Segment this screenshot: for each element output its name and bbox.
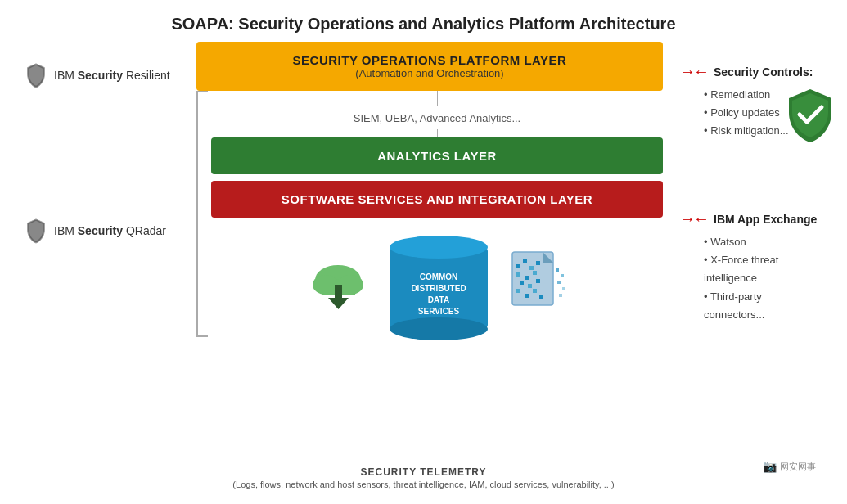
security-ops-subtitle: (Automation and Orchestration) [213,67,647,79]
resilient-label: IBM Security Resilient [25,62,170,88]
svg-rect-31 [561,274,564,277]
telemetry-section: SECURITY TELEMETRY (Logs, flows, network… [0,461,847,489]
telemetry-title: SECURITY TELEMETRY [0,466,847,478]
svg-rect-30 [556,268,559,272]
svg-rect-23 [520,281,524,285]
svg-rect-21 [525,276,529,280]
watermark-icon: 📷 [763,460,777,473]
app-exchange-item-2: • X-Force threat intelligence [704,251,822,287]
software-title: SOFTWARE SERVICES AND INTEGRATION LAYER [228,192,647,206]
svg-rect-17 [523,259,527,263]
svg-marker-5 [328,298,349,309]
resilient-text: IBM Security Resilient [54,69,170,82]
security-ops-title: SECURITY OPERATIONS PLATFORM LAYER [213,53,647,67]
svg-rect-16 [516,264,520,268]
security-controls-arrow: →← [679,62,707,81]
svg-rect-20 [516,272,520,277]
qradar-shield-icon [25,218,47,244]
watermark: 📷 网安网事 [763,460,816,473]
security-shield-badge [786,87,835,149]
app-exchange-arrow: →← [679,209,707,228]
left-labels: IBM Security Resilient IBM Security QRad… [25,42,188,250]
svg-rect-26 [516,289,520,293]
svg-rect-18 [529,266,534,270]
svg-text:DISTRIBUTED: DISTRIBUTED [411,284,466,293]
app-exchange-title: IBM App Exchange [714,213,817,226]
telemetry-divider [85,461,763,461]
svg-text:SERVICES: SERVICES [417,307,459,316]
svg-rect-24 [528,284,532,288]
svg-rect-32 [557,281,561,284]
telemetry-subtitle: (Logs, flows, network and host sensors, … [0,479,847,489]
svg-rect-28 [533,289,537,293]
svg-text:COMMON: COMMON [419,272,457,281]
svg-rect-27 [525,294,529,298]
center-diagram: SECURITY OPERATIONS PLATFORM LAYER (Auto… [188,42,671,337]
bottom-icons: COMMON DISTRIBUTED DATA SERVICES [211,231,663,337]
svg-rect-22 [533,271,537,275]
siem-text: SIEM, UEBA, Advanced Analytics... [211,106,663,129]
qradar-label: IBM Security QRadar [25,218,166,244]
analytics-layer: ANALYTICS LAYER [211,137,663,174]
right-labels: →← Security Controls: • Remediation • Po… [671,42,822,324]
svg-rect-29 [539,295,543,299]
svg-text:DATA: DATA [427,295,448,304]
svg-rect-19 [536,261,540,265]
data-document-icon [508,248,567,321]
security-ops-layer: SECURITY OPERATIONS PLATFORM LAYER (Auto… [196,42,663,91]
resilient-shield-icon [25,62,47,88]
app-exchange-list: • Watson • X-Force threat intelligence •… [679,233,822,323]
qradar-text: IBM Security QRadar [54,224,166,237]
svg-rect-33 [562,287,565,290]
svg-rect-25 [536,279,540,283]
svg-point-7 [390,317,488,340]
data-cylinder: COMMON DISTRIBUTED DATA SERVICES [385,231,492,337]
main-title: SOAPA: Security Operations and Analytics… [0,0,847,42]
svg-point-8 [390,236,488,259]
app-exchange-item-1: • Watson [704,233,822,251]
software-layer: SOFTWARE SERVICES AND INTEGRATION LAYER [211,181,663,218]
svg-rect-34 [559,294,562,297]
cloud-download-icon [308,255,369,313]
security-controls-title: Security Controls: [714,65,813,79]
watermark-text: 网安网事 [780,461,816,473]
analytics-title: ANALYTICS LAYER [228,149,647,163]
app-exchange-item-3: • Third-party connectors... [704,288,822,324]
ibm-app-exchange: →← IBM App Exchange • Watson • X-Force t… [679,209,822,323]
